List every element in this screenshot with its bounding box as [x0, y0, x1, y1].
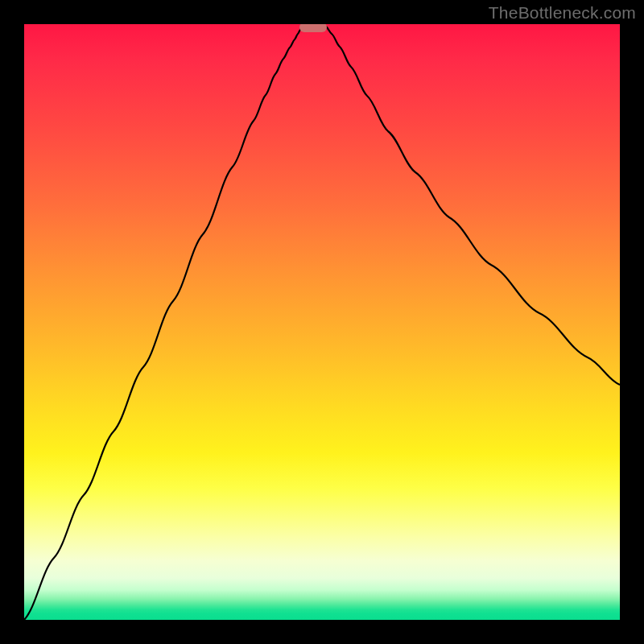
watermark-text: TheBottleneck.com — [489, 3, 636, 23]
chart-frame: TheBottleneck.com — [0, 0, 644, 644]
plot-area — [24, 24, 620, 620]
right-ascending-curve — [326, 27, 620, 385]
left-descending-curve — [24, 27, 302, 620]
chart-overlay-svg — [24, 24, 620, 620]
marker-pill — [299, 24, 327, 32]
